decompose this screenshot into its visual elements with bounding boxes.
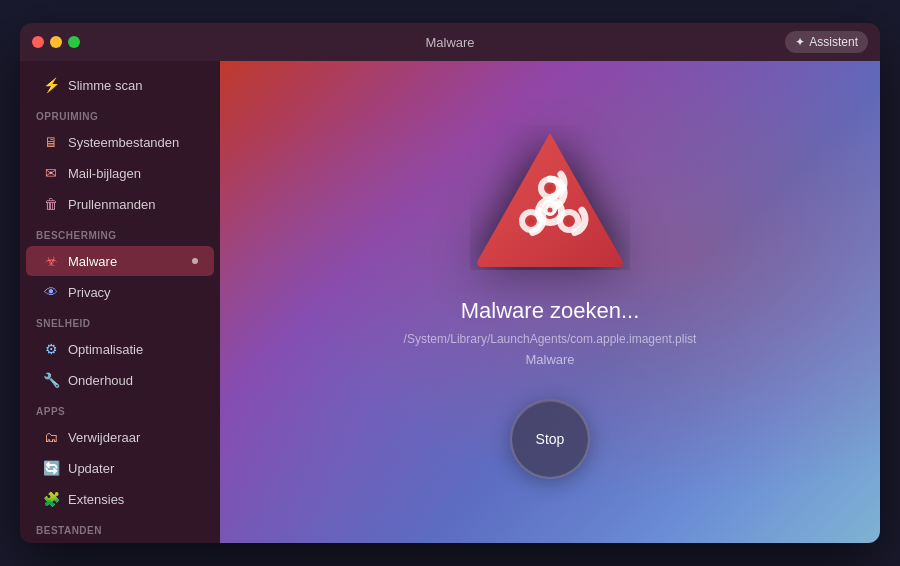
malware-triangle-svg bbox=[470, 125, 630, 270]
optimalisatie-icon: ⚙ bbox=[42, 340, 60, 358]
sidebar-item-optimalisatie[interactable]: ⚙ Optimalisatie bbox=[26, 334, 214, 364]
optimalisatie-label: Optimalisatie bbox=[68, 342, 143, 357]
maximize-button[interactable] bbox=[68, 36, 80, 48]
svg-point-11 bbox=[528, 218, 535, 225]
mail-bijlagen-icon: ✉ bbox=[42, 164, 60, 182]
assistant-label: Assistent bbox=[809, 35, 858, 49]
onderhoud-icon: 🔧 bbox=[42, 371, 60, 389]
prullenmanden-label: Prullenmanden bbox=[68, 197, 155, 212]
verwijderaar-icon: 🗂 bbox=[42, 428, 60, 446]
sidebar-item-mail-bijlagen[interactable]: ✉ Mail-bijlagen bbox=[26, 158, 214, 188]
sidebar-item-privacy[interactable]: 👁 Privacy bbox=[26, 277, 214, 307]
updater-icon: 🔄 bbox=[42, 459, 60, 477]
active-indicator bbox=[192, 258, 198, 264]
minimize-button[interactable] bbox=[50, 36, 62, 48]
verwijderaar-label: Verwijderaar bbox=[68, 430, 140, 445]
svg-point-10 bbox=[566, 218, 573, 225]
privacy-label: Privacy bbox=[68, 285, 111, 300]
svg-point-9 bbox=[547, 185, 554, 192]
section-opruiming: Opruiming bbox=[20, 101, 220, 126]
sidebar-item-onderhoud[interactable]: 🔧 Onderhoud bbox=[26, 365, 214, 395]
section-bestanden: Bestanden bbox=[20, 515, 220, 540]
slimme-scan-label: Slimme scan bbox=[68, 78, 142, 93]
sidebar: ⚡ Slimme scan Opruiming 🖥 Systeembestand… bbox=[20, 61, 220, 543]
window-title: Malware bbox=[425, 35, 474, 50]
titlebar: Malware ✦ Assistent bbox=[20, 23, 880, 61]
section-apps: Apps bbox=[20, 396, 220, 421]
main-title: Malware zoeken... bbox=[461, 298, 640, 324]
prullenmanden-icon: 🗑 bbox=[42, 195, 60, 213]
sidebar-item-verwijderaar[interactable]: 🗂 Verwijderaar bbox=[26, 422, 214, 452]
sidebar-item-extensies[interactable]: 🧩 Extensies bbox=[26, 484, 214, 514]
sidebar-item-ruimtezoeker[interactable]: 🔍 Ruimtezoeker bbox=[26, 541, 214, 543]
section-snelheid: Snelheid bbox=[20, 308, 220, 333]
updater-label: Updater bbox=[68, 461, 114, 476]
section-bescherming: Bescherming bbox=[20, 220, 220, 245]
svg-point-13 bbox=[548, 208, 553, 213]
window-body: ⚡ Slimme scan Opruiming 🖥 Systeembestand… bbox=[20, 61, 880, 543]
assistant-icon: ✦ bbox=[795, 35, 805, 49]
sidebar-item-prullenmanden[interactable]: 🗑 Prullenmanden bbox=[26, 189, 214, 219]
close-button[interactable] bbox=[32, 36, 44, 48]
sidebar-item-systeembestanden[interactable]: 🖥 Systeembestanden bbox=[26, 127, 214, 157]
extensies-label: Extensies bbox=[68, 492, 124, 507]
malware-label: Malware bbox=[68, 254, 117, 269]
main-content: Malware zoeken... /System/Library/Launch… bbox=[220, 61, 880, 543]
systeembestanden-icon: 🖥 bbox=[42, 133, 60, 151]
mail-bijlagen-label: Mail-bijlagen bbox=[68, 166, 141, 181]
traffic-lights bbox=[32, 36, 80, 48]
stop-label: Stop bbox=[536, 431, 565, 447]
sidebar-item-malware[interactable]: ☣ Malware bbox=[26, 246, 214, 276]
extensies-icon: 🧩 bbox=[42, 490, 60, 508]
onderhoud-label: Onderhoud bbox=[68, 373, 133, 388]
slimme-scan-icon: ⚡ bbox=[42, 76, 60, 94]
stop-button[interactable]: Stop bbox=[510, 399, 590, 479]
privacy-icon: 👁 bbox=[42, 283, 60, 301]
sidebar-item-slimme-scan[interactable]: ⚡ Slimme scan bbox=[26, 70, 214, 100]
sidebar-item-updater[interactable]: 🔄 Updater bbox=[26, 453, 214, 483]
systeembestanden-label: Systeembestanden bbox=[68, 135, 179, 150]
scanning-path: /System/Library/LaunchAgents/com.apple.i… bbox=[404, 332, 697, 346]
assistant-button[interactable]: ✦ Assistent bbox=[785, 31, 868, 53]
malware-icon-container bbox=[470, 125, 630, 274]
app-window: Malware ✦ Assistent ⚡ Slimme scan Opruim… bbox=[20, 23, 880, 543]
scanning-label: Malware bbox=[525, 352, 574, 367]
malware-icon: ☣ bbox=[42, 252, 60, 270]
